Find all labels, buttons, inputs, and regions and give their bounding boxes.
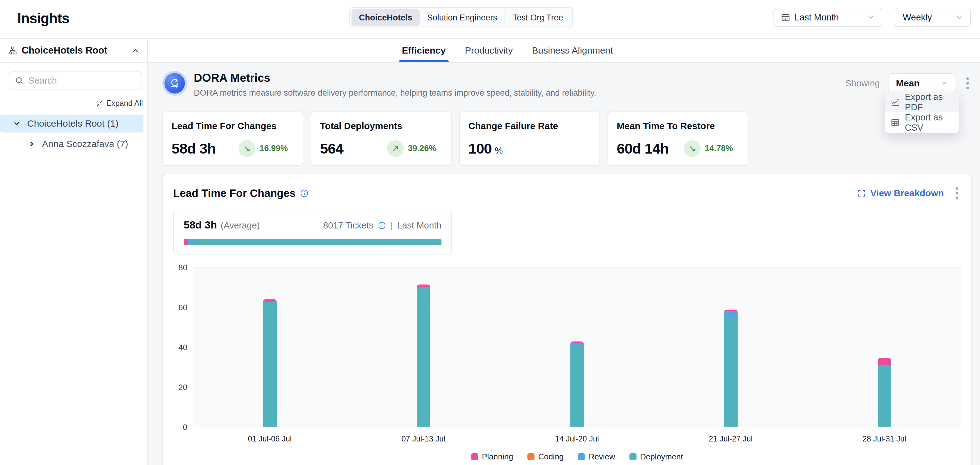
kebab-menu-icon[interactable]	[963, 75, 972, 91]
tab-efficiency[interactable]: Efficiency	[399, 39, 449, 62]
summary-qualifier: (Average)	[221, 221, 260, 231]
menu-item-export-csv[interactable]: Export as CSV	[885, 112, 959, 133]
bar-segment-deployment	[417, 287, 430, 427]
tree-node-label: Anna Scozzafava (7)	[42, 139, 128, 149]
top-controls: Last Month Weekly	[773, 8, 971, 27]
bar-segment-deployment	[878, 365, 891, 427]
main-content: DORA Metrics DORA metrics measure softwa…	[148, 63, 980, 465]
stacked-bar-3	[570, 342, 584, 427]
date-range-value: Last Month	[794, 13, 839, 22]
summary-value: 58d 3h	[184, 219, 217, 231]
aggregation-select[interactable]: Mean	[888, 74, 955, 93]
org-switcher: ChoiceHotels Solution Engineers Test Org…	[349, 7, 573, 28]
sidebar-header[interactable]: ChoiceHotels Root	[0, 39, 147, 63]
chart-export-icon	[891, 97, 900, 107]
search-input[interactable]	[29, 75, 136, 86]
legend-item-planning[interactable]: Planning	[471, 452, 513, 462]
progress-segment-review	[188, 239, 194, 245]
metric-title: Change Failure Rate	[468, 121, 591, 131]
dora-icon-halo	[162, 71, 187, 96]
bar-segment-review	[570, 344, 584, 346]
trend-arrow-icon: ↗	[392, 144, 399, 153]
metric-card-total-deployments: Total Deployments 564 ↗ 39.26%	[311, 112, 452, 166]
separator: |	[390, 221, 393, 231]
x-tick-label: 07 Jul-13 Jul	[347, 435, 500, 443]
chart-y-axis: 020406080	[173, 267, 193, 427]
metric-unit: %	[495, 145, 503, 155]
info-icon[interactable]	[378, 221, 386, 230]
trend-badge: ↗ 39.26%	[387, 140, 436, 157]
legend-swatch-icon	[578, 453, 585, 460]
tickets-count: 8017 Tickets	[323, 221, 374, 231]
metric-title: Lead Time For Changes	[172, 121, 294, 131]
trend-percent: 39.26%	[408, 144, 436, 153]
trend-arrow-icon: ↘	[689, 144, 696, 153]
bar-segment-deployment	[263, 302, 277, 427]
metric-title: Mean Time To Restore	[617, 121, 739, 131]
export-menu: Export as PDF Export as CSV	[885, 92, 959, 133]
trend-percent: 16.99%	[259, 144, 288, 153]
chart-x-axis: 01 Jul-06 Jul07 Jul-13 Jul14 Jul-20 Jul2…	[193, 427, 961, 450]
view-tabs-bar: Efficiency Productivity Business Alignme…	[148, 39, 980, 63]
stacked-bar-2	[417, 284, 430, 427]
section-title: DORA Metrics	[194, 72, 597, 85]
stacked-bar-1	[263, 299, 277, 427]
expand-arrows-icon	[96, 100, 103, 107]
x-tick-label: 14 Jul-20 Jul	[500, 435, 654, 443]
expand-all-label: Expand All	[107, 99, 143, 108]
date-range-select[interactable]: Last Month	[773, 8, 882, 27]
view-breakdown-label: View Breakdown	[870, 188, 944, 198]
sprint-cycle-icon	[164, 73, 185, 94]
metric-title: Total Deployments	[320, 121, 442, 131]
org-tree-icon	[8, 46, 18, 55]
org-tab-choicehotels[interactable]: ChoiceHotels	[352, 9, 420, 26]
section-description: DORA metrics measure software delivery p…	[194, 88, 597, 98]
chevron-up-icon[interactable]	[131, 46, 139, 54]
y-tick-label: 80	[178, 263, 187, 272]
metric-card-lead-time: Lead Time For Changes 58d 3h ↘ 16.99%	[162, 112, 303, 166]
legend-item-deployment[interactable]: Deployment	[629, 452, 683, 462]
summary-period: Last Month	[397, 221, 441, 231]
chevron-down-icon[interactable]	[13, 119, 21, 128]
sidebar-search[interactable]	[9, 72, 142, 89]
bar-segment-deployment	[570, 346, 584, 427]
chevron-down-icon	[867, 13, 875, 21]
top-bar: Insights ChoiceHotels Solution Engineers…	[0, 0, 980, 39]
chart-summary-card: 58d 3h (Average) 8017 Tickets | Last Mon…	[173, 209, 452, 254]
metric-value: 564	[320, 140, 343, 157]
tree-node-label: ChoiceHotels Root (1)	[27, 118, 118, 129]
tree-node-child[interactable]: Anna Scozzafava (7)	[0, 135, 147, 153]
chevron-down-icon	[940, 79, 948, 87]
phase-progress-bar	[184, 239, 441, 245]
legend-swatch-icon	[471, 453, 478, 460]
tree-node-root[interactable]: ChoiceHotels Root (1)	[0, 115, 143, 133]
tab-business-alignment[interactable]: Business Alignment	[529, 39, 616, 62]
chevron-right-icon[interactable]	[27, 140, 36, 148]
x-tick-label: 28 Jul-31 Jul	[808, 435, 961, 443]
x-tick-label: 01 Jul-06 Jul	[193, 435, 347, 443]
menu-item-export-pdf[interactable]: Export as PDF	[885, 92, 959, 112]
bar-segment-planning	[263, 299, 277, 302]
y-tick-label: 20	[178, 383, 187, 392]
legend-item-coding[interactable]: Coding	[527, 452, 563, 462]
bar-segment-deployment	[724, 317, 738, 427]
stacked-bar-chart: 020406080 01 Jul-06 Jul07 Jul-13 Jul14 J…	[173, 267, 961, 462]
menu-item-label: Export as PDF	[905, 92, 953, 112]
org-tree-sidebar: ChoiceHotels Root Expand All ChoiceHotel…	[0, 39, 148, 465]
search-icon	[15, 76, 24, 85]
aggregation-value: Mean	[896, 78, 920, 88]
y-tick-label: 60	[178, 303, 187, 312]
kebab-menu-icon[interactable]	[953, 185, 961, 201]
legend-item-review[interactable]: Review	[578, 452, 615, 462]
view-breakdown-button[interactable]: View Breakdown	[857, 188, 944, 198]
table-icon	[891, 118, 900, 127]
info-icon[interactable]	[300, 189, 309, 198]
expand-all-button[interactable]: Expand All	[0, 99, 143, 108]
org-tab-test-org-tree[interactable]: Test Org Tree	[504, 9, 571, 26]
org-tab-solution-engineers[interactable]: Solution Engineers	[420, 9, 505, 26]
legend-swatch-icon	[629, 453, 636, 460]
gridline	[193, 307, 961, 307]
y-tick-label: 0	[183, 423, 187, 432]
tab-productivity[interactable]: Productivity	[462, 39, 516, 62]
granularity-select[interactable]: Weekly	[895, 8, 971, 27]
